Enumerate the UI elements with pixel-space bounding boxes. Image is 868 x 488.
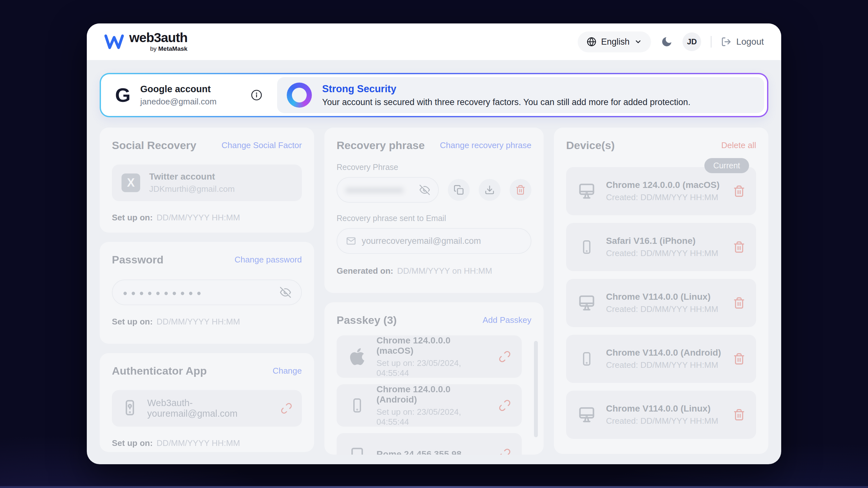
desktop-icon [577, 294, 596, 312]
passkey-row: Chrome 124.0.0.0 (macOS) Set up on: 23/0… [337, 335, 522, 378]
account-title: Google account [140, 84, 216, 94]
change-social-factor-link[interactable]: Change Social Factor [221, 140, 302, 150]
recovery-phrase-title: Recovery phrase [337, 139, 425, 152]
logo-wordmark: web3auth [129, 31, 187, 44]
dark-mode-toggle[interactable] [661, 36, 673, 48]
password-input[interactable]: ●●●●●●●●●● [112, 280, 302, 305]
passkey-card: Passkey (3) Add Passkey Chrome 124.0.0.0… [324, 302, 544, 455]
setup-on-label: Set up on: [112, 213, 153, 223]
trash-icon [515, 185, 526, 195]
logout-icon [721, 37, 732, 47]
twitter-account-tile: X Twitter account JDKmurthi@gmail.com [112, 164, 302, 201]
authenticator-tile: Web3auth-youremail@gmal.com [112, 390, 302, 427]
main-window: web3auth by MetaMask English JD Logout [87, 24, 781, 464]
authenticator-phone-icon [122, 399, 138, 417]
setup-on-value: DD/MM/YYYY HH:MM [157, 213, 240, 223]
authenticator-title: Authenticator App [112, 365, 207, 377]
account-email: janedoe@gmail.com [140, 97, 216, 107]
delete-phrase-button[interactable] [509, 179, 531, 201]
web3auth-logo-icon [104, 34, 124, 49]
add-passkey-link[interactable]: Add Passkey [483, 315, 531, 325]
globe-icon [587, 37, 596, 46]
x-twitter-icon: X [122, 173, 140, 192]
passkey-title: Passkey (3) [337, 314, 397, 326]
security-ring-icon [287, 83, 312, 108]
copy-icon [454, 185, 464, 195]
recovery-phrase-label: Recovery Phrase [337, 163, 531, 172]
content-area: G Google account janedoe@gmail.com Stron… [87, 60, 781, 455]
settings-grid: Social Recovery Change Social Factor X T… [100, 117, 768, 455]
language-label: English [601, 37, 630, 47]
trash-icon[interactable] [733, 353, 745, 365]
unlink-icon[interactable] [281, 402, 292, 414]
eye-off-icon[interactable] [280, 287, 291, 298]
recovery-phrase-input[interactable]: xxxxxxxxxxxxxxxxxx [337, 177, 439, 203]
header-divider [711, 36, 711, 47]
language-selector[interactable]: English [578, 31, 651, 52]
device-row: Chrome V114.0.0 (Linux) Created: DD/MM/Y… [566, 279, 756, 327]
trash-icon[interactable] [733, 409, 745, 421]
recovery-email-input[interactable]: yourrecoveryemail@gmail.com [337, 228, 531, 254]
avatar[interactable]: JD [682, 32, 701, 51]
logo-byline: by MetaMask [150, 45, 187, 52]
info-icon[interactable] [251, 89, 262, 101]
trash-icon[interactable] [733, 241, 745, 253]
device-row: Safari V16.1 (iPhone) Created: DD/MM/YYY… [566, 223, 756, 271]
passkey-row: Chrome 124.0.0.0 (Android) Set up on: 23… [337, 384, 522, 427]
trash-icon[interactable] [733, 185, 745, 197]
logout-button[interactable]: Logout [721, 37, 764, 47]
recovery-email-value: yourrecoveryemail@gmail.com [362, 236, 481, 246]
password-title: Password [112, 254, 164, 266]
security-status-title: Strong Security [322, 83, 690, 95]
generated-on-value: DD/MM/YYYY on HH:MM [397, 266, 492, 276]
passkey-list: Chrome 124.0.0.0 (macOS) Set up on: 23/0… [337, 335, 531, 455]
security-status-description: Your account is secured with three recov… [322, 97, 690, 107]
setup-on-value: DD/MM/YYYY HH:MM [157, 438, 240, 448]
generated-on-label: Generated on: [337, 266, 393, 276]
recovery-email-label: Recovery phrase sent to Email [337, 214, 531, 223]
phone-icon [347, 396, 367, 415]
phone-icon [577, 350, 596, 368]
security-banner: G Google account janedoe@gmail.com Stron… [100, 73, 768, 117]
setup-on-label: Set up on: [112, 438, 153, 448]
unlink-icon[interactable] [499, 351, 511, 363]
google-icon: G [115, 85, 130, 105]
twitter-account-label: Twitter account [149, 171, 235, 182]
recovery-phrase-card: Recovery phrase Change recovery phrase R… [324, 128, 544, 293]
security-status-section: Strong Security Your account is secured … [277, 77, 764, 113]
passkey-row: Rome 24.456.355.98 [337, 433, 522, 455]
phone-icon [577, 238, 596, 256]
desktop-icon [577, 182, 596, 200]
change-password-link[interactable]: Change password [235, 255, 302, 265]
social-recovery-title: Social Recovery [112, 139, 196, 152]
delete-all-link[interactable]: Delete all [721, 140, 756, 150]
device-row: Chrome V114.0.0 (Android) Created: DD/MM… [566, 335, 756, 383]
header: web3auth by MetaMask English JD Logout [87, 24, 781, 60]
password-masked-value: ●●●●●●●●●● [123, 289, 205, 297]
copy-button[interactable] [448, 179, 470, 201]
recovery-phrase-masked: xxxxxxxxxxxxxxxxxx [346, 185, 403, 195]
web3auth-logo: web3auth by MetaMask [104, 31, 187, 52]
authenticator-card: Authenticator App Change Web3auth-yourem… [100, 353, 314, 452]
change-recovery-phrase-link[interactable]: Change recovery phrase [440, 140, 531, 150]
change-authenticator-link[interactable]: Change [273, 366, 302, 376]
unlink-icon[interactable] [499, 448, 511, 455]
password-card: Password Change password ●●●●●●●●●● Set … [100, 242, 314, 344]
trash-icon[interactable] [733, 297, 745, 309]
social-recovery-card: Social Recovery Change Social Factor X T… [100, 128, 314, 233]
device-row: Current Chrome 124.0.0.0 (macOS) Created… [566, 167, 756, 215]
devices-title: Device(s) [566, 139, 615, 152]
scrollbar-thumb[interactable] [534, 341, 538, 437]
authenticator-account: Web3auth-youremail@gmal.com [147, 398, 272, 419]
moon-icon [661, 36, 673, 48]
unlink-icon[interactable] [499, 399, 511, 412]
eye-off-icon[interactable] [420, 185, 430, 195]
download-button[interactable] [479, 179, 500, 201]
setup-on-value: DD/MM/YYYY HH:MM [157, 317, 240, 327]
current-badge: Current [704, 158, 749, 173]
mail-icon [346, 236, 356, 246]
chevron-down-icon [634, 38, 642, 45]
device-row: Chrome V114.0.0 (Linux) Created: DD/MM/Y… [566, 391, 756, 439]
download-icon [485, 185, 495, 195]
apple-icon [347, 347, 367, 366]
